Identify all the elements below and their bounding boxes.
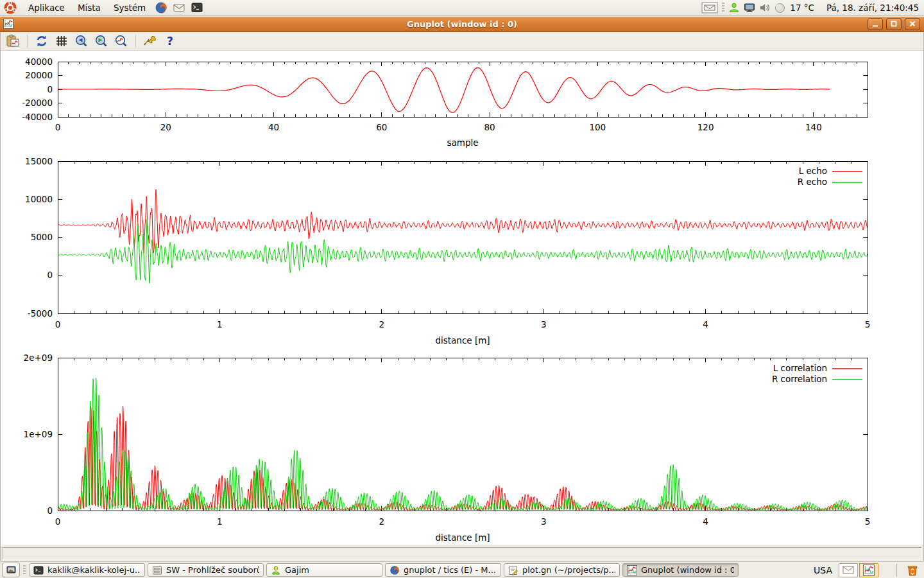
legend: L correlationR correlation (772, 363, 862, 384)
legend: L echoR echo (798, 166, 862, 187)
chart-wave: 020406080100120140-40000-200000200004000… (22, 57, 868, 148)
x-axis-label: sample (447, 137, 478, 148)
x-tick-label: 80 (484, 122, 495, 132)
menu-system[interactable]: Systém (107, 0, 152, 16)
show-desktop-button[interactable] (2, 563, 20, 577)
user-switcher-icon[interactable] (728, 2, 740, 14)
autoscale-button[interactable] (114, 34, 128, 48)
firefox-launcher-icon[interactable] (154, 1, 168, 15)
plot-frame (58, 358, 868, 511)
x-tick-label: 2 (379, 319, 385, 329)
task-label: plot.gn (~/projects/p... (522, 565, 615, 575)
y-tick-label: 0 (47, 270, 53, 280)
volume-icon[interactable] (758, 2, 771, 14)
chart-corr: 01234501e+092e+09distance [m]L correlati… (24, 353, 871, 543)
series-r-correlation (58, 378, 868, 511)
gnuplot-canvas[interactable]: 020406080100120140-40000-200000200004000… (0, 51, 924, 545)
taskbar: kaklik@kaklik-kolej-u... SW - Prohlížeč … (0, 561, 924, 578)
y-tick-label: 15000 (25, 156, 53, 166)
legend-label: R correlation (772, 374, 827, 384)
panel-grip (722, 3, 724, 13)
window-titlebar[interactable]: Gnuplot (window id : 0) (0, 17, 924, 32)
x-tick-label: 100 (589, 122, 606, 132)
temperature-label[interactable]: 17 °C (790, 3, 814, 13)
toolbar-separator (135, 35, 136, 48)
y-tick-label: 5000 (31, 232, 53, 242)
maximize-button[interactable] (886, 18, 902, 30)
minimize-button[interactable] (868, 18, 883, 30)
task-gajim[interactable]: Gajim (266, 563, 382, 577)
y-tick-label: -40000 (22, 112, 53, 122)
series-chirp-signal (58, 67, 830, 112)
zoom-next-button[interactable] (94, 34, 108, 48)
x-tick-label: 1 (217, 516, 223, 527)
legend-label: R echo (798, 177, 827, 187)
x-tick-label: 3 (541, 516, 547, 527)
task-file-manager[interactable]: SW - Prohlížeč souborů (148, 563, 264, 577)
taskbar-grip (23, 565, 26, 575)
y-tick-label: 20000 (25, 70, 53, 80)
x-tick-label: 0 (55, 122, 61, 132)
x-tick-label: 4 (703, 516, 708, 527)
clock[interactable]: Pá, 18. září, 21:40:45 (826, 3, 919, 13)
legend-label: L echo (799, 166, 827, 176)
y-tick-label: 0 (47, 505, 53, 516)
chart-echo: 012345-5000050001000015000distance [m]L … (25, 156, 870, 346)
task-gnuplot[interactable]: Gnuplot (window id : 0) (622, 563, 739, 577)
y-tick-label: 40000 (25, 57, 53, 67)
terminal-icon (33, 565, 44, 575)
tray-spacer (880, 563, 896, 577)
x-tick-label: 60 (376, 122, 387, 132)
x-tick-label: 5 (865, 516, 871, 527)
task-terminal[interactable]: kaklik@kaklik-kolej-u... (29, 563, 145, 577)
x-tick-label: 0 (55, 516, 61, 527)
terminal-launcher-icon[interactable] (190, 1, 204, 15)
x-tick-label: 4 (703, 319, 708, 329)
close-button[interactable] (905, 18, 920, 30)
file-manager-icon (152, 565, 162, 575)
tray-mail-icon[interactable] (839, 563, 858, 577)
menu-places[interactable]: Místa (71, 0, 107, 16)
task-firefox[interactable]: gnuplot / tics (E) - M... (385, 563, 501, 577)
task-text-editor[interactable]: plot.gn (~/projects/p... (504, 563, 620, 577)
x-tick-label: 40 (268, 122, 279, 132)
help-button[interactable]: ? (163, 34, 177, 48)
trash-icon[interactable] (905, 563, 920, 577)
gajim-icon (271, 565, 281, 575)
task-label: gnuplot / tics (E) - M... (404, 565, 496, 575)
mail-launcher-icon[interactable] (172, 1, 186, 15)
x-tick-label: 0 (55, 319, 61, 329)
task-label: SW - Prohlížeč souborů (166, 565, 259, 575)
x-tick-label: 140 (805, 122, 822, 132)
replot-refresh-button[interactable] (35, 34, 49, 48)
window-toolbar: ? (1, 32, 923, 51)
x-tick-label: 5 (865, 319, 871, 329)
task-label: Gnuplot (window id : 0) (641, 565, 734, 575)
series-l-correlation (58, 406, 868, 511)
zoom-previous-button[interactable] (74, 34, 89, 48)
x-tick-label: 3 (541, 319, 547, 329)
grid-toggle-button[interactable] (55, 34, 69, 48)
task-label: Gajim (285, 565, 309, 575)
copy-to-clipboard-button[interactable] (6, 34, 20, 48)
settings-wrench-button[interactable] (143, 34, 157, 48)
axis-ticks: 020406080100120140-40000-200000200004000… (22, 57, 868, 133)
menu-applications[interactable]: Aplikace (22, 0, 71, 16)
display-icon[interactable] (743, 2, 755, 14)
window-title: Gnuplot (window id : 0) (0, 19, 924, 29)
ubuntu-logo-icon[interactable] (3, 1, 17, 15)
firefox-icon (389, 565, 400, 575)
text-editor-icon (508, 565, 518, 575)
mail-notification-icon[interactable] (701, 2, 719, 14)
task-label: kaklik@kaklik-kolej-u... (47, 565, 141, 575)
legend-label: L correlation (773, 363, 827, 373)
y-tick-label: -20000 (22, 98, 53, 108)
weather-icon (774, 2, 786, 14)
tray-gnuplot-icon[interactable] (859, 563, 878, 577)
x-tick-label: 120 (697, 122, 714, 132)
y-tick-label: 0 (47, 84, 53, 94)
keyboard-layout-indicator[interactable]: USA (814, 565, 832, 575)
x-axis-label: distance [m] (435, 532, 490, 543)
x-tick-label: 1 (217, 319, 223, 329)
taskbar-divider (896, 564, 897, 577)
